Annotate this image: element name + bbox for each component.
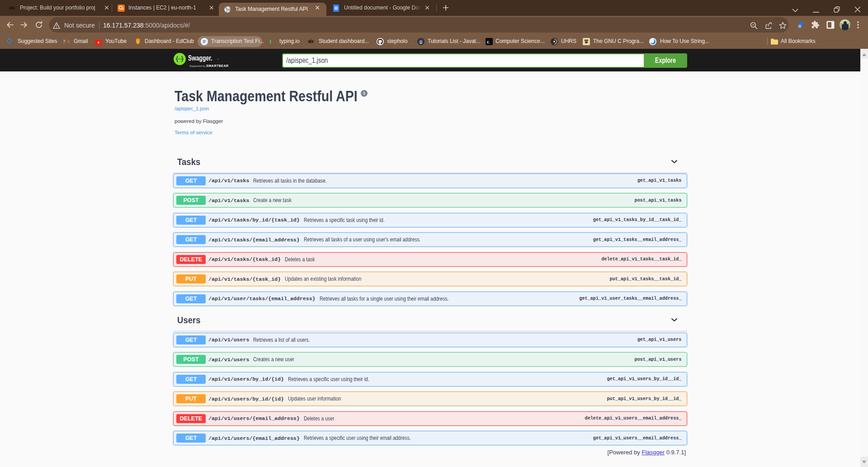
- svg-text:r.: r.: [487, 39, 490, 44]
